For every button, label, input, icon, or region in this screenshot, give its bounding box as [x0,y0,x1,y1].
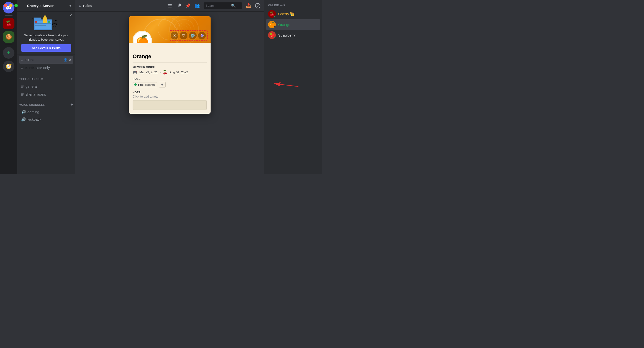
member-avatar-orange: 🍊 [268,21,276,28]
members-icon[interactable]: 👥 [194,3,200,8]
members-sidebar: ONLINE — 3 🍒 Cherry 👑 🍊 Orange [264,0,322,174]
add-text-channel-button[interactable]: + [70,76,73,81]
hashtag-icon[interactable] [167,3,172,8]
server-list-divider [5,15,12,16]
main-content: # rules 📌 👥 [75,0,264,174]
profile-avatar-wrapper: 🍊 [132,31,152,43]
role-label: ROLE [132,77,207,80]
chat-area: 🍊 ⚔ 🛡 ⚙️ 🔮 [75,11,264,174]
profile-banner: 🍊 ⚔ 🛡 ⚙️ 🔮 [129,16,210,43]
channel-actions: 👤 ⚙ [64,58,71,61]
help-icon[interactable]: ? [255,3,260,8]
members-online-header: ONLINE — 3 [266,4,320,7]
channel-hash-icon: # [79,3,82,8]
svg-rect-3 [35,23,51,24]
profile-name: Orange [132,53,207,60]
member-item-orange[interactable]: 🍊 Orange [266,19,320,30]
hash-icon-2: # [21,65,24,70]
profile-action-wrench[interactable]: ⚔ [171,32,178,39]
role-row: Fruit Basket + [132,82,207,87]
search-bar[interactable]: 🔍 [204,2,242,9]
voice-channels-label: VOICE CHANNELS [19,103,45,106]
settings-icon[interactable]: ⚙ [68,58,71,61]
pin-icon[interactable]: 📌 [185,3,190,8]
server-icon-small: 🍒 [163,70,168,74]
channel-name-kickback: kickback [28,117,42,121]
svg-rect-5 [35,21,37,22]
svg-text:✦: ✦ [33,20,35,22]
svg-text:✦: ✦ [32,17,34,19]
note-input[interactable] [132,100,207,110]
server-list: 🍒 🍪 + 🧭 [0,0,17,174]
member-since-row: 🎮 Mar 23, 2021 • 🍒 Aug 01, 2022 [132,70,207,74]
separator-bullet: • [160,70,161,74]
notification-icon[interactable] [176,3,182,8]
member-name-cherry: Cherry 👑 [278,12,294,16]
server-list-divider-2 [5,45,12,45]
channel-item-moderator-only[interactable]: # moderator-only [19,64,73,72]
maximize-button[interactable] [14,4,18,7]
server-icon-cookie[interactable]: 🍪 [3,31,14,43]
channel-item-general[interactable]: # general [19,82,73,90]
channel-item-gaming[interactable]: 🔊 gaming [19,108,73,116]
note-placeholder[interactable]: Click to add a note [132,95,207,98]
channel-item-shenanigans[interactable]: # shenanigans [19,90,73,98]
explore-servers-button[interactable]: 🧭 [3,61,14,72]
voice-channels-category[interactable]: VOICE CHANNELS + [17,98,75,108]
channel-name-moderator: moderator-only [26,66,50,70]
profile-popup-overlay: 🍊 ⚔ 🛡 ⚙️ 🔮 [75,11,264,174]
channel-sidebar: Cherry's Server ∨ ✕ [17,0,75,174]
direct-channels: # rules 👤 ⚙ # moderator-only [17,55,75,73]
svg-rect-6 [48,21,50,22]
voice-channels-list: 🔊 gaming 🔊 kickback [17,108,75,123]
orange-status-dot [274,26,276,28]
cherry-crown-icon: 👑 [290,12,294,16]
svg-text:🛡: 🛡 [52,22,57,28]
note-label: NOTE [132,91,207,94]
discord-logo-icon: 🎮 [132,70,138,74]
role-color-dot [134,83,137,86]
member-item-cherry[interactable]: 🍒 Cherry 👑 [266,9,320,19]
speaker-icon-gaming: 🔊 [21,110,26,114]
server-header[interactable]: Cherry's Server ∨ [17,0,75,11]
channel-title-text: rules [83,3,92,8]
member-item-strawberry[interactable]: 🍓 Strawberry [266,30,320,40]
top-bar: # rules 📌 👥 [75,0,264,11]
add-voice-channel-button[interactable]: + [70,102,73,107]
add-server-button[interactable]: + [3,47,14,59]
strawberry-status-dot [274,37,276,39]
channel-item-rules[interactable]: # rules 👤 ⚙ [19,56,73,64]
role-name: Fruit Basket [138,83,155,87]
add-member-icon[interactable]: 👤 [64,58,68,61]
channel-name-rules: rules [26,58,34,62]
text-channels-list: # general # shenanigans [17,82,75,98]
speaker-icon-kickback: 🔊 [21,117,26,122]
minimize-button[interactable] [9,4,12,7]
server-icon-cherry[interactable]: 🍒 [3,18,14,29]
profile-popup[interactable]: 🍊 ⚔ 🛡 ⚙️ 🔮 [129,16,210,114]
window-traffic-lights [2,4,20,7]
search-input[interactable] [206,4,230,7]
see-levels-perks-button[interactable]: See Levels & Perks [21,44,71,52]
svg-rect-8 [43,18,47,23]
cherry-status-dot [274,16,276,18]
profile-action-more[interactable]: 🔮 [198,32,206,39]
hash-icon-general: # [21,84,24,89]
member-name-orange: Orange [278,22,290,27]
add-role-button[interactable]: + [159,82,166,87]
channel-item-kickback[interactable]: 🔊 kickback [19,116,73,123]
boost-banner-text: Server Boosts are here! Rally your frien… [21,33,71,42]
profile-action-shield[interactable]: 🛡 [180,32,188,39]
text-channels-category[interactable]: TEXT CHANNELS + [17,73,75,82]
hash-icon: # [21,57,24,62]
inbox-icon[interactable]: 📥 [246,3,251,8]
server-chevron-icon: ∨ [69,4,71,7]
profile-action-settings[interactable]: ⚙️ [189,32,196,39]
channel-name-shenanigans: shenanigans [26,92,46,96]
boost-banner-close[interactable]: ✕ [69,13,72,17]
server-join-date: Aug 01, 2022 [170,70,188,74]
role-badge-fruit-basket: Fruit Basket [132,82,158,87]
boost-illustration: 🛡 ✦ ✦ ✦ [21,14,71,31]
close-button[interactable] [4,4,7,7]
text-channels-label: TEXT CHANNELS [19,78,43,81]
